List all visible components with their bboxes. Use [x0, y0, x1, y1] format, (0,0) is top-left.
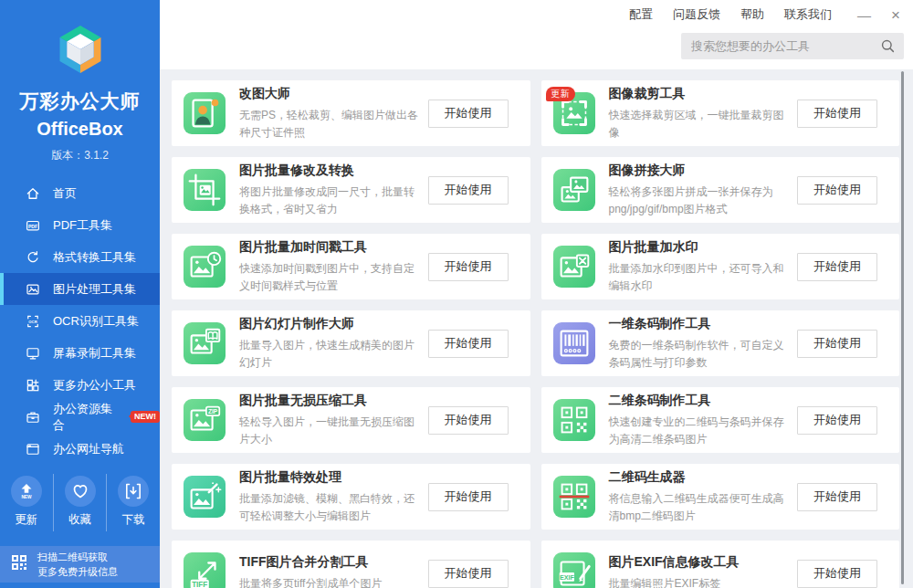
vertical-scrollbar[interactable]: [901, 71, 904, 584]
update-icon: NEW: [11, 476, 42, 507]
update-badge: 更新: [546, 87, 575, 101]
sidebar-item-8[interactable]: 办公资源集合 NEW!: [0, 401, 160, 433]
sidebar-item-label: 格式转换工具集: [53, 249, 136, 266]
sidebar-item-4[interactable]: 图片处理工具集: [0, 273, 160, 305]
tool-title: 图片批量加水印: [609, 239, 792, 256]
sidebar-item-label: 首页: [53, 185, 77, 202]
tool-description: 批量编辑照片EXIF标签: [609, 575, 792, 588]
app-title: 万彩办公大师: [0, 89, 160, 114]
tool-card-2: 更新 图像裁剪工具 快速选择裁剪区域，一键批量裁剪图像 开始使用: [541, 80, 900, 146]
tool-card-5: 图片批量加时间戳工具 快速添加时间戳到图片中，支持自定义时间戳样式与位置 开始使…: [172, 234, 530, 299]
sidebar-item-2[interactable]: PDF PDF工具集: [0, 209, 160, 241]
screen-record-icon: [25, 345, 41, 362]
start-button[interactable]: 开始使用: [428, 560, 509, 588]
sidebar-item-5[interactable]: OCR OCR识别工具集: [0, 305, 160, 337]
tool-card-7: 图片幻灯片制作大师 批量导入图片，快速生成精美的图片幻灯片 开始使用: [172, 310, 530, 376]
svg-text:EXIF: EXIF: [559, 574, 574, 582]
menu-item-1[interactable]: 配置: [629, 6, 653, 23]
sidebar-item-label: 屏幕录制工具集: [53, 345, 136, 362]
tool-card-11: 图片批量特效处理 批量添加滤镜、模糊、黑白特效，还可轻松调整大小与编辑图片 开始…: [172, 464, 530, 530]
topbar: 配置问题反馈帮助联系我们 — ×: [160, 0, 913, 69]
search-input[interactable]: [681, 39, 880, 53]
tool-title: 图片批量特效处理: [239, 469, 423, 486]
footer-action-3[interactable]: 下载: [106, 474, 160, 531]
svg-text:OCR: OCR: [28, 319, 37, 323]
zip-compress-icon: ZIP: [184, 399, 226, 441]
slideshow-image-icon: [184, 322, 226, 364]
tool-description: 将图片批量修改成同一尺寸，批量转换格式，省时又省力: [239, 184, 423, 217]
search-icon[interactable]: [880, 38, 896, 54]
crop-image-icon: 更新: [553, 92, 595, 134]
minimize-button[interactable]: —: [857, 8, 871, 22]
tool-description: 轻松导入图片，一键批量无损压缩图片大小: [239, 414, 423, 447]
sidebar: 万彩办公大师 OfficeBox 版本：3.1.2 首页 PDF PDF工具集 …: [0, 0, 160, 588]
start-button[interactable]: 开始使用: [428, 253, 509, 281]
sidebar-nav: 首页 PDF PDF工具集 格式转换工具集 图片处理工具集 OCR OCR识别工…: [0, 177, 160, 465]
tool-card-grid: 改图大师 无需PS，轻松裁剪、编辑图片做出各种尺寸证件照 开始使用 更新 图像裁…: [160, 69, 913, 588]
exif-edit-icon: EXIF: [553, 552, 595, 588]
menu-item-3[interactable]: 帮助: [740, 6, 764, 23]
tool-card-13: TIFF TIFF图片合并分割工具 批量将多页tiff分割成单个图片 开始使用: [172, 541, 530, 588]
close-button[interactable]: ×: [891, 7, 900, 23]
start-button[interactable]: 开始使用: [797, 330, 877, 358]
tool-description: 批量将多页tiff分割成单个图片: [239, 575, 423, 588]
footer-action-label: 收藏: [68, 512, 91, 528]
sidebar-item-6[interactable]: 屏幕录制工具集: [0, 337, 160, 369]
tool-description: 批量添加水印到图片中，还可导入和编辑水印: [609, 260, 792, 294]
start-button[interactable]: 开始使用: [428, 406, 509, 435]
tool-description: 无需PS，轻松裁剪、编辑图片做出各种尺寸证件照: [239, 107, 423, 141]
search-box: [681, 33, 904, 59]
tiff-split-icon: TIFF: [184, 552, 226, 588]
start-button[interactable]: 开始使用: [797, 560, 877, 588]
start-button[interactable]: 开始使用: [797, 406, 877, 435]
tool-card-4: 图像拼接大师 轻松将多张图片拼成一张并保存为png/jpg/gif/bmp图片格…: [541, 157, 900, 223]
start-button[interactable]: 开始使用: [797, 176, 877, 205]
stitch-images-icon: [553, 169, 595, 211]
start-button[interactable]: 开始使用: [428, 176, 509, 205]
footer-action-1[interactable]: NEW 更新: [0, 474, 53, 531]
start-button[interactable]: 开始使用: [797, 253, 877, 281]
sidebar-item-9[interactable]: 办公网址导航: [0, 433, 160, 465]
tool-card-9: ZIP 图片批量无损压缩工具 轻松导入图片，一键批量无损压缩图片大小 开始使用: [172, 387, 530, 453]
more-tools-icon: [25, 377, 41, 394]
tool-description: 将信息输入二维码生成器便可生成高清bmp二维码图片: [609, 490, 792, 524]
menu-item-2[interactable]: 问题反馈: [673, 6, 720, 23]
barcode-icon: [553, 322, 595, 364]
tool-card-12: 二维码生成器 将信息输入二维码生成器便可生成高清bmp二维码图片 开始使用: [541, 464, 900, 530]
pdf-icon: PDF: [25, 217, 41, 234]
tool-card-14: EXIF 图片EXIF信息修改工具 批量编辑照片EXIF标签 开始使用: [541, 541, 900, 588]
image-icon: [25, 281, 41, 298]
start-button[interactable]: 开始使用: [797, 483, 877, 511]
tool-description: 批量添加滤镜、模糊、黑白特效，还可轻松调整大小与编辑图片: [239, 490, 423, 524]
sidebar-item-label: 图片处理工具集: [53, 281, 136, 298]
watermark-image-icon: [553, 246, 595, 288]
tool-title: 图像裁剪工具: [609, 86, 792, 102]
sidebar-item-3[interactable]: 格式转换工具集: [0, 241, 160, 273]
tool-title: 二维条码制作工具: [609, 393, 792, 409]
timestamp-image-icon: [184, 246, 226, 288]
tool-title: 图片幻灯片制作大师: [239, 316, 423, 332]
svg-text:ZIP: ZIP: [208, 408, 218, 415]
tool-title: 图片EXIF信息修改工具: [609, 554, 792, 571]
tool-description: 批量导入图片，快速生成精美的图片幻灯片: [239, 337, 423, 371]
resource-icon: [25, 409, 41, 425]
start-button[interactable]: 开始使用: [428, 330, 509, 358]
tool-title: 图像拼接大师: [609, 163, 792, 179]
footer-action-label: 更新: [15, 512, 37, 528]
sidebar-item-7[interactable]: 更多办公小工具: [0, 369, 160, 401]
start-button[interactable]: 开始使用: [428, 100, 509, 128]
tool-description: 快速选择裁剪区域，一键批量裁剪图像: [609, 107, 792, 141]
sidebar-item-label: 办公资源集合: [53, 401, 112, 434]
sidebar-item-1[interactable]: 首页: [0, 177, 160, 209]
tool-title: 二维码生成器: [609, 469, 792, 486]
effects-image-icon: [184, 476, 226, 518]
portrait-photo-icon: [184, 92, 226, 134]
menu-item-4[interactable]: 联系我们: [784, 6, 832, 23]
start-button[interactable]: 开始使用: [428, 483, 509, 511]
tool-title: 图片批量修改及转换: [239, 163, 423, 179]
footer-action-2[interactable]: 收藏: [53, 474, 107, 531]
start-button[interactable]: 开始使用: [797, 100, 877, 128]
resize-convert-icon: [184, 169, 226, 211]
tool-title: TIFF图片合并分割工具: [239, 554, 423, 571]
tool-title: 改图大师: [239, 86, 423, 102]
